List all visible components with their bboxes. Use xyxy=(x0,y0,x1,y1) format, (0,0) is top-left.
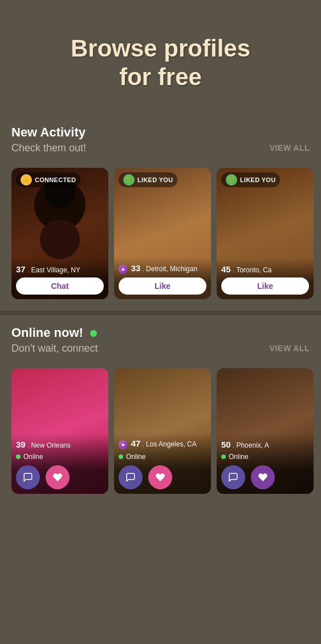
card-chat-button-1[interactable]: Chat xyxy=(16,277,104,295)
card-status-liked-2: 💚 LIKED YOU xyxy=(119,172,177,187)
card-actions-1 xyxy=(16,465,104,489)
online-card-age-2: 47 xyxy=(131,438,141,448)
card-info-2: ★ 33 . Detroit, Michigan xyxy=(119,263,206,274)
card-actions-2 xyxy=(119,465,206,489)
online-card-3: 50 . Phoenix, A Online xyxy=(217,368,314,494)
online-card-location-1: New Orleans xyxy=(31,441,70,449)
heart-icon-3 xyxy=(258,472,268,482)
online-status-row-1: Online xyxy=(16,453,104,461)
new-activity-subtitle: Check them out! xyxy=(11,142,86,154)
chat-icon-2 xyxy=(125,472,136,482)
online-card-2: ★ 47 . Los Angeles, CA Online xyxy=(114,368,211,494)
section-divider xyxy=(0,311,321,315)
online-dot-1 xyxy=(16,454,21,459)
star-icon-2: ★ xyxy=(119,265,128,274)
activity-card-1: 🤝 CONNECTED 37 . East Village, NY Chat xyxy=(11,168,108,299)
online-chat-button-2[interactable] xyxy=(119,465,143,489)
activity-card-3: 💚 LIKED YOU 45 . Toronto, Ca Like xyxy=(217,168,314,299)
online-card-info-1: 39 . New Orleans xyxy=(16,440,104,449)
online-now-subtitle: Don't wait, connect xyxy=(11,343,98,355)
card-status-connected: 🤝 CONNECTED xyxy=(16,172,80,187)
star-icon-online-2: ★ xyxy=(119,440,128,449)
online-dot-indicator xyxy=(90,330,97,337)
online-like-button-3[interactable] xyxy=(251,465,275,489)
online-now-title: Online now! xyxy=(11,325,310,340)
online-like-button-2[interactable] xyxy=(148,465,172,489)
online-chat-button-3[interactable] xyxy=(221,465,245,489)
card-location-3: Toronto, Ca xyxy=(236,266,271,274)
online-now-section: Online now! Don't wait, connect VIEW ALL xyxy=(0,315,321,368)
online-card-overlay-2: ★ 47 . Los Angeles, CA Online xyxy=(114,433,211,494)
card-location-1: East Village, NY xyxy=(31,266,80,274)
hero-title: Browse profiles for free xyxy=(11,34,310,92)
heart-icon-2 xyxy=(155,472,165,482)
liked-icon-3: 💚 xyxy=(226,174,237,186)
liked-icon-2: 💚 xyxy=(123,174,135,186)
online-chat-button-1[interactable] xyxy=(16,465,40,489)
online-status-row-3: Online xyxy=(221,453,309,461)
new-activity-section: New Activity Check them out! VIEW ALL xyxy=(0,115,321,168)
new-activity-title: New Activity xyxy=(11,125,310,140)
online-card-overlay-1: 39 . New Orleans Online xyxy=(11,434,108,494)
online-card-age-3: 50 xyxy=(221,440,231,449)
connected-icon: 🤝 xyxy=(21,174,32,186)
card-age-3: 45 xyxy=(221,264,231,274)
card-like-button-2[interactable]: Like xyxy=(119,277,206,295)
online-card-age-1: 39 xyxy=(16,440,26,449)
online-status-text-3: Online xyxy=(229,453,249,461)
online-dot-2 xyxy=(119,454,123,459)
online-like-button-1[interactable] xyxy=(46,465,70,489)
online-card-1: 39 . New Orleans Online xyxy=(11,368,108,494)
online-now-view-all[interactable]: VIEW ALL xyxy=(270,344,310,353)
new-activity-view-all[interactable]: VIEW ALL xyxy=(270,143,310,152)
card-info-1: 37 . East Village, NY xyxy=(16,264,104,274)
online-card-overlay-3: 50 . Phoenix, A Online xyxy=(217,434,314,494)
card-actions-3 xyxy=(221,465,309,489)
chat-icon-3 xyxy=(228,472,238,482)
online-card-info-3: 50 . Phoenix, A xyxy=(221,440,309,449)
card-overlay-2: ★ 33 . Detroit, Michigan Like xyxy=(114,257,211,299)
online-dot-3 xyxy=(221,454,226,459)
online-status-row-2: Online xyxy=(119,453,206,461)
card-overlay-3: 45 . Toronto, Ca Like xyxy=(217,259,314,299)
card-age-2: 33 xyxy=(131,263,141,273)
card-overlay-1: 37 . East Village, NY Chat xyxy=(11,259,108,299)
online-card-location-2: Los Angeles, CA xyxy=(146,440,197,448)
online-card-location-3: Phoenix, A xyxy=(236,441,269,449)
activity-card-2: 💚 LIKED YOU ★ 33 . Detroit, Michigan Lik… xyxy=(114,168,211,299)
new-activity-cards-row: 🤝 CONNECTED 37 . East Village, NY Chat 💚… xyxy=(0,168,321,311)
chat-icon xyxy=(23,472,33,482)
card-like-button-3[interactable]: Like xyxy=(221,277,309,295)
card-status-liked-3: 💚 LIKED YOU xyxy=(221,172,280,187)
online-status-text-1: Online xyxy=(23,453,43,461)
card-age-1: 37 xyxy=(16,264,26,274)
online-now-cards-row: 39 . New Orleans Online xyxy=(0,368,321,505)
heart-icon xyxy=(52,472,63,482)
online-card-info-2: ★ 47 . Los Angeles, CA xyxy=(119,438,206,449)
online-status-text-2: Online xyxy=(126,453,146,461)
hero-section: Browse profiles for free xyxy=(0,0,321,115)
card-info-3: 45 . Toronto, Ca xyxy=(221,264,309,274)
card-location-2: Detroit, Michigan xyxy=(146,265,197,273)
